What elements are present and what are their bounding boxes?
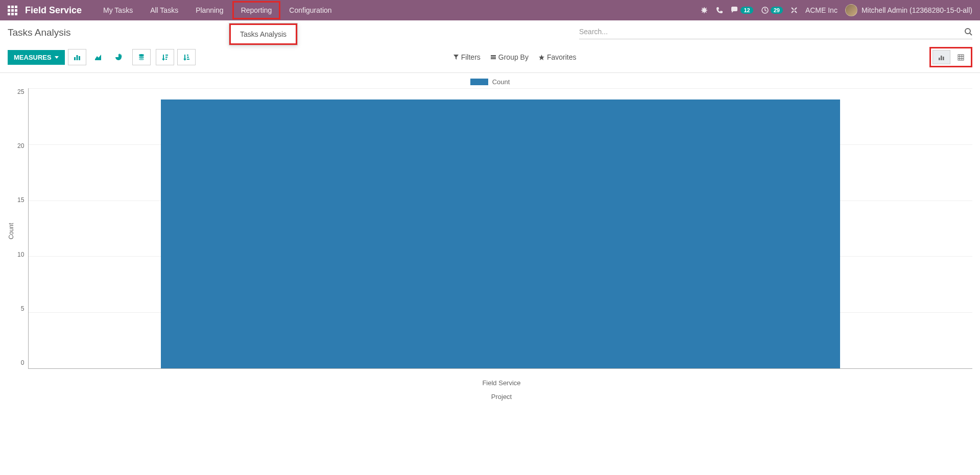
user-name: Mitchell Admin (12368280-15-0-all)	[862, 6, 972, 14]
nav-configuration[interactable]: Configuration	[280, 1, 340, 19]
y-tick: 15	[17, 196, 24, 204]
group-icon	[491, 55, 496, 60]
user-menu[interactable]: Mitchell Admin (12368280-15-0-all)	[845, 4, 972, 16]
svg-rect-14	[79, 56, 80, 60]
legend-swatch	[470, 79, 488, 85]
svg-rect-13	[76, 55, 78, 60]
svg-point-15	[139, 54, 144, 56]
svg-point-0	[702, 8, 706, 12]
line-chart-icon	[94, 54, 102, 61]
pie-chart-icon	[115, 54, 122, 61]
company-selector[interactable]: ACME Inc	[805, 6, 838, 14]
main-navbar: Field Service My Tasks All Tasks Plannin…	[0, 0, 980, 20]
svg-rect-28	[941, 56, 942, 60]
bar-chart-button[interactable]	[68, 49, 86, 65]
svg-line-7	[702, 12, 703, 13]
chart-legend: Count	[8, 78, 972, 86]
nav-all-tasks[interactable]: All Tasks	[141, 1, 187, 19]
stack-icon	[138, 54, 145, 61]
nav-reporting[interactable]: Reporting	[232, 1, 281, 19]
view-switcher	[929, 47, 972, 67]
groupby-button[interactable]: Group By	[491, 53, 529, 61]
reporting-dropdown: Tasks Analysis	[229, 23, 298, 45]
svg-rect-22	[187, 57, 189, 58]
svg-rect-23	[187, 59, 189, 60]
svg-rect-18	[165, 55, 168, 56]
search-icon[interactable]	[964, 28, 972, 36]
sort-asc-icon	[183, 54, 190, 61]
legend-label: Count	[492, 78, 510, 86]
nav-menu: My Tasks All Tasks Planning Reporting Co…	[94, 1, 341, 19]
plot-area	[28, 88, 972, 369]
y-axis: 25 20 15 10 5 0	[17, 88, 28, 369]
y-tick: 5	[21, 305, 25, 312]
app-title[interactable]: Field Service	[25, 5, 82, 16]
dropdown-tasks-analysis[interactable]: Tasks Analysis	[229, 23, 297, 45]
star-icon	[539, 55, 544, 60]
pie-chart-button[interactable]	[110, 51, 127, 64]
x-axis-labels: Field Service Project	[31, 379, 972, 401]
sort-desc-icon	[161, 54, 169, 61]
svg-point-10	[965, 29, 970, 34]
pivot-icon	[958, 54, 964, 61]
nav-planning[interactable]: Planning	[187, 1, 232, 19]
bug-icon[interactable]	[700, 6, 708, 14]
svg-rect-30	[958, 55, 964, 60]
chevron-down-icon	[55, 56, 59, 59]
graph-view-button[interactable]	[933, 50, 950, 64]
svg-rect-25	[491, 57, 496, 58]
svg-rect-20	[165, 59, 167, 60]
control-panel: Tasks Analysis MEASURES	[0, 20, 980, 73]
svg-point-17	[139, 58, 144, 60]
bar-chart-icon	[74, 54, 81, 61]
y-tick: 10	[17, 251, 24, 258]
pivot-view-button[interactable]	[952, 50, 969, 64]
graph-icon	[938, 54, 945, 61]
favorites-button[interactable]: Favorites	[539, 53, 577, 61]
x-axis-category: Field Service	[31, 379, 972, 387]
x-axis-group: Project	[31, 393, 972, 401]
svg-rect-19	[165, 57, 168, 58]
svg-rect-27	[939, 58, 940, 60]
apps-icon[interactable]	[8, 6, 17, 15]
svg-rect-29	[943, 57, 944, 60]
measures-button[interactable]: MEASURES	[8, 50, 65, 65]
chart-container: Count Count 25 20 15 10 5 0 Field Servic…	[0, 73, 980, 406]
y-tick: 25	[17, 88, 24, 95]
tools-icon[interactable]	[791, 7, 798, 14]
filters-button[interactable]: Filters	[453, 53, 481, 61]
svg-line-11	[970, 33, 972, 35]
svg-line-8	[706, 8, 707, 9]
avatar	[845, 4, 857, 16]
search-input[interactable]	[579, 26, 964, 38]
messages-icon[interactable]: 12	[731, 7, 753, 14]
chart-bar[interactable]	[161, 99, 840, 368]
messages-badge: 12	[740, 7, 753, 14]
chart-area: Count 25 20 15 10 5 0	[8, 88, 972, 374]
y-axis-label: Count	[8, 88, 15, 374]
svg-rect-26	[491, 58, 496, 59]
svg-rect-24	[491, 55, 496, 56]
phone-icon[interactable]	[716, 7, 723, 14]
svg-line-5	[702, 8, 703, 9]
sort-desc-button[interactable]	[156, 49, 174, 65]
line-chart-button[interactable]	[89, 51, 107, 64]
svg-rect-12	[74, 57, 76, 60]
filter-icon	[453, 55, 459, 60]
svg-point-16	[139, 56, 144, 58]
y-tick: 0	[21, 359, 25, 366]
nav-my-tasks[interactable]: My Tasks	[94, 1, 141, 19]
sort-asc-button[interactable]	[177, 49, 196, 65]
page-title: Tasks Analysis	[8, 27, 71, 38]
clock-badge: 29	[771, 7, 783, 14]
svg-line-6	[706, 12, 707, 13]
search-container	[579, 26, 972, 39]
y-tick: 20	[17, 142, 24, 149]
svg-rect-21	[187, 55, 188, 56]
clock-icon[interactable]: 29	[761, 6, 783, 14]
stacked-button[interactable]	[132, 49, 151, 65]
